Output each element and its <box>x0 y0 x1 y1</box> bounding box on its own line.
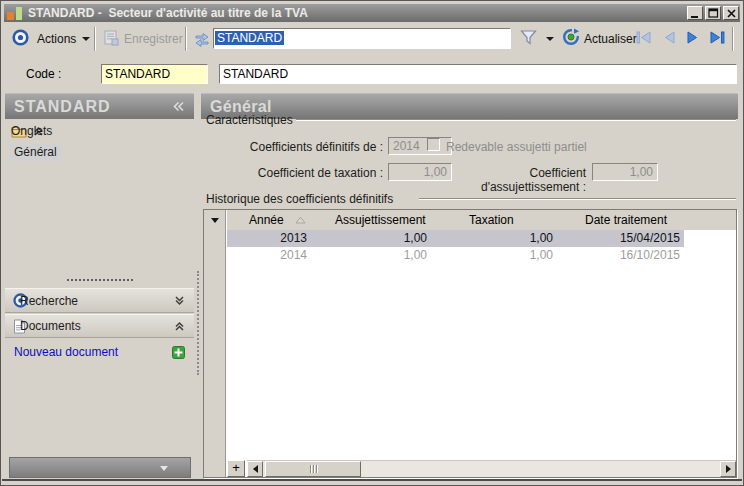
cell-taxation: 1,00 <box>431 230 557 247</box>
collapse-sidebar-icon[interactable] <box>172 101 185 112</box>
vertical-splitter-handle[interactable] <box>197 271 199 375</box>
cell-taxation: 1,00 <box>431 247 557 264</box>
close-icon <box>726 8 737 19</box>
minimize-icon <box>690 8 701 19</box>
designation-input[interactable]: STANDARD <box>219 64 737 84</box>
add-document-icon[interactable] <box>172 346 185 359</box>
maximize-button[interactable] <box>705 6 721 20</box>
column-header-date-traitement[interactable]: Date traitement <box>557 210 684 230</box>
coeff-definitifs-label: Coefficients définitifs de : <box>211 140 383 154</box>
scroll-right-button[interactable] <box>720 461 736 477</box>
maximize-icon <box>708 8 719 19</box>
window-title: STANDARD - Secteur d'activité au titre d… <box>28 6 308 20</box>
group-label-caracteristiques: Caractéristiques <box>206 113 293 127</box>
main-panel: Général Caractéristiques Coefficients dé… <box>201 93 738 482</box>
group-divider <box>419 198 736 200</box>
actions-bullseye-icon[interactable] <box>12 29 29 46</box>
chevron-double-down-icon[interactable] <box>174 296 185 306</box>
group-divider <box>296 119 736 121</box>
app-logo-icon <box>7 7 23 20</box>
sidebar-item-label: Onglets <box>11 124 52 138</box>
filter-icon[interactable] <box>519 28 538 47</box>
sidebar-section-documents[interactable]: Documents <box>5 314 194 338</box>
filter-caret-icon[interactable] <box>546 37 554 41</box>
tree-item-label: Général <box>10 144 62 161</box>
coeff-taxation-label: Coefficient de taxation : <box>211 166 383 180</box>
coeff-assujettissement-label: Coefficient d'assujettissement : <box>431 166 586 194</box>
column-header-assujettissement[interactable]: Assujettissement <box>311 210 431 230</box>
refresh-icon[interactable] <box>562 28 580 46</box>
minimize-button[interactable] <box>687 6 703 20</box>
code-input[interactable]: STANDARD <box>101 64 208 84</box>
code-label: Code : <box>26 67 61 81</box>
redevable-checkbox <box>427 138 440 151</box>
section-label: Documents <box>20 319 81 333</box>
column-header-annee[interactable]: Année <box>227 210 311 230</box>
search-input-selected-text: STANDARD <box>215 31 284 45</box>
table-row[interactable]: 2013 1,00 1,00 15/04/2015 <box>227 230 684 247</box>
coeff-definitifs-input: 2014 <box>388 137 452 155</box>
sidebar-splitter-handle[interactable] <box>67 279 133 281</box>
row-selector-icon <box>211 218 219 223</box>
actions-button[interactable]: Actions <box>37 32 76 46</box>
toolbar-separator <box>94 27 96 51</box>
cell-assujettissement: 1,00 <box>311 247 431 264</box>
window-bottom-edge <box>2 479 742 481</box>
add-row-button[interactable]: + <box>227 460 245 477</box>
sidebar-title: STANDARD <box>14 98 111 116</box>
cell-date-traitement: 15/04/2015 <box>557 230 684 247</box>
cell-annee: 2014 <box>227 247 311 264</box>
group-label-historique: Historique des coefficients définitifs <box>206 192 393 206</box>
next-record-button[interactable] <box>685 31 701 44</box>
toolbar-separator <box>732 27 734 51</box>
new-document-link[interactable]: Nouveau document <box>14 345 118 359</box>
refresh-button[interactable]: Actualiser <box>584 32 637 46</box>
first-record-button[interactable] <box>635 31 653 44</box>
previous-record-button[interactable] <box>661 31 677 44</box>
tree-item-general[interactable]: Général <box>5 143 194 161</box>
redevable-label: Redevable assujetti partiel <box>446 140 587 154</box>
toolbar-separator <box>185 27 187 51</box>
history-table-header: Année Assujettissement Taxation Date tra… <box>227 210 736 230</box>
sidebar-header: STANDARD <box>5 93 194 119</box>
sidebar-section-recherche[interactable]: Recherche <box>5 288 194 313</box>
chevron-double-up-icon[interactable] <box>174 321 185 331</box>
sidebar-item-onglets[interactable]: Onglets <box>5 121 194 141</box>
coeff-assujettissement-input: 1,00 <box>592 163 658 181</box>
history-rows: 2013 1,00 1,00 15/04/2015 2014 1,00 1,00… <box>227 230 736 264</box>
scrollbar-track[interactable] <box>361 461 720 477</box>
code-row: Code : STANDARD STANDARD <box>4 56 740 92</box>
save-icon <box>103 30 120 46</box>
scroll-left-button[interactable] <box>247 461 263 477</box>
close-button[interactable] <box>723 6 739 20</box>
new-document-row: Nouveau document <box>5 343 194 361</box>
sidebar: STANDARD Onglets Général <box>5 93 194 482</box>
search-input[interactable]: STANDARD <box>213 28 511 49</box>
actions-caret-icon[interactable] <box>82 37 90 41</box>
sidebar-collapse-bar[interactable] <box>9 457 191 478</box>
scroll-left-icon <box>253 465 258 473</box>
toolbar: Actions Enregistrer STANDARD Actua <box>4 22 740 56</box>
history-table: Année Assujettissement Taxation Date tra… <box>203 209 737 478</box>
row-selector-column[interactable] <box>204 210 226 477</box>
grid-bottom-bar: + <box>227 460 736 477</box>
title-bar: STANDARD - Secteur d'activité au titre d… <box>4 4 740 22</box>
chevron-down-icon <box>160 466 168 471</box>
last-record-button[interactable] <box>708 31 726 44</box>
sort-ascending-icon <box>295 216 306 224</box>
save-button[interactable]: Enregistrer <box>124 32 183 46</box>
column-header-taxation[interactable]: Taxation <box>431 210 557 230</box>
scrollbar-thumb[interactable] <box>265 461 361 477</box>
cell-annee: 2013 <box>227 230 311 247</box>
table-row[interactable]: 2014 1,00 1,00 16/10/2015 <box>227 247 684 264</box>
application-window: STANDARD - Secteur d'activité au titre d… <box>0 0 744 486</box>
section-label: Recherche <box>20 294 78 308</box>
scroll-right-icon <box>726 465 731 473</box>
cell-assujettissement: 1,00 <box>311 230 431 247</box>
cell-date-traitement: 16/10/2015 <box>557 247 684 264</box>
sync-icon[interactable] <box>193 32 211 47</box>
horizontal-scrollbar[interactable] <box>247 460 736 477</box>
